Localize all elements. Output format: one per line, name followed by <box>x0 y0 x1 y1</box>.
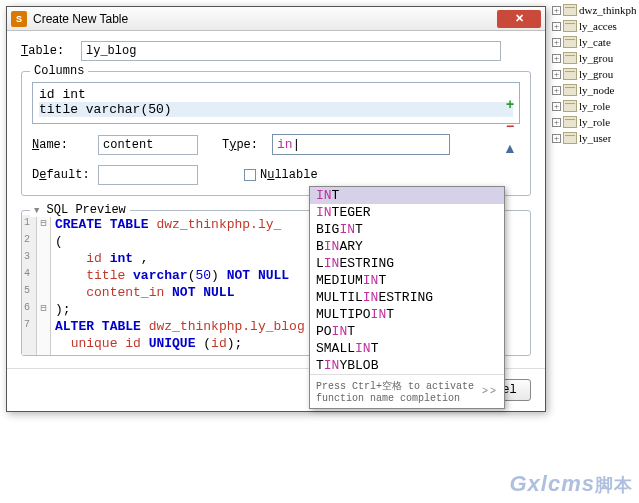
table-icon <box>563 116 577 128</box>
expand-icon[interactable]: + <box>552 54 561 63</box>
default-label: Default: <box>32 168 92 182</box>
close-button[interactable]: ✕ <box>497 10 541 28</box>
watermark: Gxlcms脚本 <box>510 471 634 497</box>
column-def[interactable]: id int <box>39 87 513 102</box>
dropdown-option[interactable]: MULTIPOINT <box>310 306 504 323</box>
column-name-input[interactable] <box>98 135 198 155</box>
tree-item[interactable]: +ly_node <box>552 82 637 98</box>
expand-icon[interactable]: + <box>552 118 561 127</box>
table-icon <box>563 52 577 64</box>
name-label: Name: <box>32 138 92 152</box>
dropdown-option[interactable]: TINYBLOB <box>310 357 504 374</box>
dropdown-option[interactable]: POINT <box>310 323 504 340</box>
table-name-input[interactable] <box>81 41 501 61</box>
column-def[interactable]: title varchar(50) <box>39 102 513 117</box>
titlebar[interactable]: S Create New Table ✕ <box>7 7 545 31</box>
tree-item[interactable]: +ly_user <box>552 130 637 146</box>
app-icon: S <box>11 11 27 27</box>
preview-title[interactable]: ▼ SQL Preview <box>30 203 130 217</box>
table-label: Table: <box>21 44 81 58</box>
line-gutter: 1234567 <box>22 215 37 355</box>
expand-icon[interactable]: + <box>552 86 561 95</box>
window-title: Create New Table <box>33 12 497 26</box>
tree-item[interactable]: +ly_role <box>552 98 637 114</box>
fold-gutter[interactable]: ⊟⊟ <box>37 215 51 355</box>
more-icon[interactable]: >> <box>482 386 498 397</box>
completion-hint: Press Ctrl+空格 to activate function name … <box>310 374 504 408</box>
tree-item[interactable]: +ly_cate <box>552 34 637 50</box>
dropdown-option[interactable]: SMALLINT <box>310 340 504 357</box>
columns-list[interactable]: id int title varchar(50) <box>32 82 520 124</box>
type-label: Type: <box>222 138 266 152</box>
tree-item[interactable]: +ly_grou <box>552 66 637 82</box>
column-type-input[interactable]: in| <box>272 134 450 155</box>
move-up-button[interactable]: ▲ <box>502 140 518 156</box>
nullable-checkbox[interactable] <box>244 169 256 181</box>
table-icon <box>563 68 577 80</box>
dropdown-option[interactable]: BIGINT <box>310 221 504 238</box>
remove-column-button[interactable]: − <box>502 118 518 134</box>
table-icon <box>563 36 577 48</box>
type-autocomplete-dropdown[interactable]: INT INTEGER BIGINT BINARY LINESTRING MED… <box>309 186 505 409</box>
columns-group: Columns id int title varchar(50) + − ▲ N… <box>21 71 531 196</box>
expand-icon[interactable]: + <box>552 134 561 143</box>
columns-title: Columns <box>30 64 88 78</box>
table-icon <box>563 132 577 144</box>
expand-icon[interactable]: + <box>552 70 561 79</box>
dropdown-option[interactable]: BINARY <box>310 238 504 255</box>
table-icon <box>563 100 577 112</box>
tree-item[interactable]: +ly_role <box>552 114 637 130</box>
table-icon <box>563 4 577 16</box>
dropdown-option[interactable]: LINESTRING <box>310 255 504 272</box>
column-default-input[interactable] <box>98 165 198 185</box>
tree-item[interactable]: +ly_acces <box>552 18 637 34</box>
dropdown-option[interactable]: INTEGER <box>310 204 504 221</box>
expand-icon[interactable]: + <box>552 102 561 111</box>
tree-item[interactable]: +ly_grou <box>552 50 637 66</box>
tree-item[interactable]: +dwz_thinkph <box>552 2 637 18</box>
dropdown-option[interactable]: MEDIUMINT <box>310 272 504 289</box>
db-tree: +dwz_thinkph +ly_acces +ly_cate +ly_grou… <box>552 2 637 146</box>
dropdown-option[interactable]: MULTILINESTRING <box>310 289 504 306</box>
dropdown-option[interactable]: INT <box>310 187 504 204</box>
nullable-label: Nullable <box>260 168 318 182</box>
expand-icon[interactable]: + <box>552 22 561 31</box>
table-icon <box>563 84 577 96</box>
table-icon <box>563 20 577 32</box>
expand-icon[interactable]: + <box>552 38 561 47</box>
expand-icon[interactable]: + <box>552 6 561 15</box>
add-column-button[interactable]: + <box>502 96 518 112</box>
chevron-down-icon[interactable]: ▼ <box>34 206 39 216</box>
